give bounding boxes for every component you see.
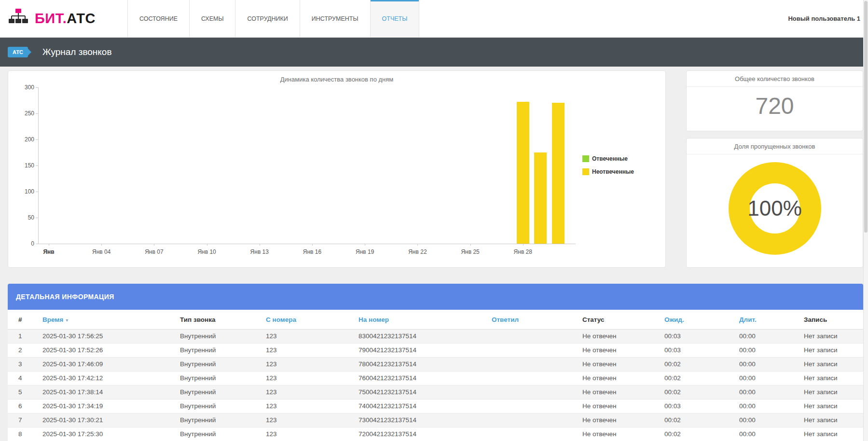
missed-share-title: Доля пропущенных звонков <box>687 138 863 154</box>
x-tick <box>417 244 418 246</box>
table-cell: Не отвечен <box>577 386 659 400</box>
x-axis-label: Янв <box>27 248 70 255</box>
y-tick <box>36 165 38 166</box>
x-axis-label: Янв 16 <box>290 248 334 255</box>
summary-column: Общее количество звонков 720 Доля пропущ… <box>686 70 863 268</box>
bar[interactable] <box>552 103 565 244</box>
table-cell: 123 <box>260 344 353 358</box>
detail-section: ДЕТАЛЬНАЯ ИНФОРМАЦИЯ #Время▾Тип звонкаС … <box>8 284 863 441</box>
table-cell: Внутренний <box>174 386 260 400</box>
legend-swatch-icon <box>582 168 589 175</box>
y-axis-label: 250 <box>8 110 34 117</box>
x-axis-label: Янв 22 <box>396 248 439 255</box>
table-cell: 1 <box>8 330 37 344</box>
table-cell: 123 <box>260 330 353 344</box>
legend-swatch-icon <box>582 155 589 162</box>
table-cell: 7900421232137514 <box>353 344 486 358</box>
page-title: Журнал звонков <box>42 47 111 57</box>
chart-title: Динамика количества звонков по дням <box>8 71 665 83</box>
table-cell: 2025-01-30 17:56:25 <box>37 330 174 344</box>
table-cell: 00:02 <box>659 358 733 372</box>
donut-percent-label: 100% <box>729 162 821 255</box>
table-cell: Не отвечен <box>577 344 659 358</box>
table-cell: Нет записи <box>798 400 863 413</box>
table-cell: 8300421232137514 <box>353 330 486 344</box>
table-cell: 00:00 <box>733 358 798 372</box>
detail-section-header: ДЕТАЛЬНАЯ ИНФОРМАЦИЯ <box>8 284 863 310</box>
y-axis-line <box>38 87 39 244</box>
nav-tab-tools[interactable]: ИНСТРУМЕНТЫ <box>300 0 370 37</box>
column-label: Время <box>42 316 63 323</box>
legend: ОтвеченныеНеотвеченные <box>582 155 634 175</box>
y-axis-label: 150 <box>8 162 34 169</box>
table-cell: 3 <box>8 358 37 372</box>
column-header-to-number[interactable]: На номер <box>353 310 486 330</box>
legend-item[interactable]: Неотвеченные <box>582 168 634 175</box>
breadcrumb-bar: АТС Журнал звонков <box>0 38 868 67</box>
table-cell: 00:03 <box>659 330 733 344</box>
x-axis-label: Янв 07 <box>132 248 176 255</box>
table-cell: Внутренний <box>174 372 260 386</box>
table-cell: Внутренний <box>174 344 260 358</box>
column-header-wait[interactable]: Ожид. <box>659 310 733 330</box>
nav-tab-reports[interactable]: ОТЧЕТЫ <box>370 0 420 37</box>
table-cell <box>486 413 577 427</box>
user-menu[interactable]: Новый пользователь 1 <box>788 0 868 37</box>
bar[interactable] <box>517 102 529 244</box>
table-cell: Нет записи <box>798 413 863 427</box>
table-cell <box>486 386 577 400</box>
total-calls-card: Общее количество звонков 720 <box>686 70 863 131</box>
x-tick <box>523 244 524 246</box>
table-cell: Внутренний <box>174 427 260 441</box>
calls-table: #Время▾Тип звонкаС номераНа номерОтветил… <box>8 310 863 441</box>
y-tick <box>36 244 38 244</box>
column-header-from-number[interactable]: С номера <box>260 310 353 330</box>
table-cell: 00:02 <box>659 372 733 386</box>
y-tick <box>36 113 38 114</box>
y-tick <box>36 139 38 140</box>
x-axis-label: Янв 04 <box>80 248 123 255</box>
y-tick <box>36 192 38 192</box>
table-row[interactable]: 82025-01-30 17:25:30Внутренний1237200421… <box>8 427 863 441</box>
table-row[interactable]: 32025-01-30 17:46:09Внутренний1237800421… <box>8 358 863 372</box>
table-cell: 7800421232137514 <box>353 358 486 372</box>
nav-tab-employees[interactable]: СОТРУДНИКИ <box>235 0 299 37</box>
table-cell: Внутренний <box>174 413 260 427</box>
table-row[interactable]: 42025-01-30 17:42:12Внутренний1237600421… <box>8 372 863 386</box>
table-cell <box>486 344 577 358</box>
column-label: Тип звонка <box>180 316 215 323</box>
bar[interactable] <box>534 152 547 244</box>
table-cell: 00:00 <box>733 344 798 358</box>
legend-item[interactable]: Отвеченные <box>582 155 634 162</box>
logo[interactable]: БИТ.АТС <box>0 0 127 37</box>
table-cell: Нет записи <box>798 344 863 358</box>
table-row[interactable]: 52025-01-30 17:38:14Внутренний1237500421… <box>8 386 863 400</box>
vertical-scrollbar[interactable] <box>863 0 868 441</box>
missed-calls-donut: 100% <box>729 162 821 255</box>
ats-badge[interactable]: АТС <box>8 47 28 57</box>
table-cell: 00:02 <box>659 386 733 400</box>
table-cell: 2025-01-30 17:46:09 <box>37 358 174 372</box>
column-label: Статус <box>582 316 605 323</box>
table-cell: 00:00 <box>733 427 798 441</box>
y-tick <box>36 218 38 218</box>
column-header-time[interactable]: Время▾ <box>37 310 174 330</box>
table-cell <box>486 372 577 386</box>
scrollbar-thumb[interactable] <box>864 1 868 233</box>
table-cell: 2025-01-30 17:52:26 <box>37 344 174 358</box>
column-header-duration[interactable]: Длит. <box>733 310 798 330</box>
table-cell: Не отвечен <box>577 372 659 386</box>
table-row[interactable]: 72025-01-30 17:30:21Внутренний1237300421… <box>8 413 863 427</box>
table-cell: Нет записи <box>798 372 863 386</box>
table-cell: 2 <box>8 344 37 358</box>
column-header-answered-by[interactable]: Ответил <box>486 310 577 330</box>
column-label: Запись <box>804 316 827 323</box>
table-cell <box>486 427 577 441</box>
table-row[interactable]: 22025-01-30 17:52:26Внутренний1237900421… <box>8 344 863 358</box>
nav-tab-schemes[interactable]: СХЕМЫ <box>189 0 235 37</box>
table-cell: 2025-01-30 17:30:21 <box>37 413 174 427</box>
x-axis-label: Янв 13 <box>238 248 281 255</box>
nav-tab-state[interactable]: СОСТОЯНИЕ <box>127 0 189 37</box>
table-row[interactable]: 62025-01-30 17:34:19Внутренний1237400421… <box>8 400 863 413</box>
table-row[interactable]: 12025-01-30 17:56:25Внутренний1238300421… <box>8 330 863 344</box>
